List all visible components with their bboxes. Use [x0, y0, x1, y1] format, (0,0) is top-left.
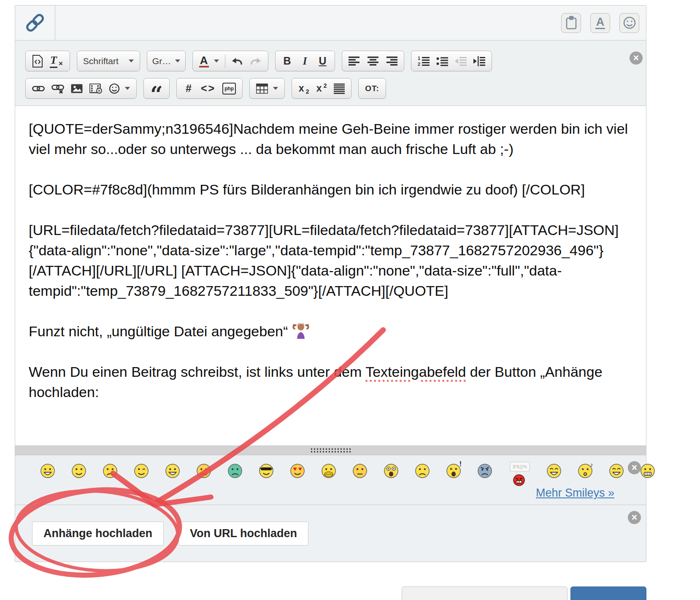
big-lips-smiley[interactable]	[321, 461, 337, 479]
mad-blue-smiley[interactable]	[477, 461, 493, 479]
unlink-icon	[51, 84, 64, 94]
undo-icon	[231, 56, 243, 66]
ordered-list-button[interactable]: 1 2	[414, 52, 433, 70]
chevron-down-icon	[175, 59, 180, 62]
preview-button-partial[interactable]	[402, 586, 568, 600]
close-attachments-panel-button[interactable]: ×	[628, 511, 641, 524]
redo-button[interactable]	[246, 52, 265, 70]
upset-smiley[interactable]	[196, 461, 212, 479]
swear-smiley[interactable]: $*$@%	[508, 461, 531, 487]
insert-image-button[interactable]	[68, 80, 86, 97]
indent-button[interactable]	[470, 52, 489, 70]
smiley-icon	[623, 16, 636, 30]
svg-text:♪: ♪	[590, 462, 593, 468]
underline-button[interactable]: U	[314, 52, 332, 70]
sad-smiley[interactable]	[414, 461, 430, 479]
quote-button[interactable]: “	[147, 86, 166, 103]
misspelled-word: Texteingabefeld	[365, 364, 466, 380]
align-left-icon	[349, 56, 360, 66]
smiley-panel: × ♥♥ !	[15, 455, 646, 505]
smiley-row: ♥♥ ! $*$@% ♪	[40, 461, 646, 487]
svg-text:♥: ♥	[298, 465, 302, 472]
attach-link-tab[interactable]	[15, 5, 55, 40]
remove-link-button[interactable]	[48, 80, 68, 97]
svg-text:2: 2	[418, 62, 420, 66]
editor-textarea[interactable]: [QUOTE=derSammy;n3196546]Nachdem meine G…	[15, 106, 646, 446]
paste-button[interactable]	[561, 13, 581, 33]
grin-teeth-smiley[interactable]	[640, 461, 656, 479]
bold-button[interactable]: B	[278, 52, 296, 70]
svg-text:!: !	[459, 461, 462, 468]
align-left-button[interactable]	[345, 52, 364, 70]
insert-video-button[interactable]	[86, 80, 105, 97]
frown-smiley[interactable]	[102, 461, 118, 479]
align-right-icon	[386, 56, 397, 66]
oops-exclaim-smiley[interactable]: !	[446, 461, 462, 479]
laugh-smiley[interactable]	[546, 461, 562, 479]
paragraph: [URL=filedata/fetch?filedataid=73877][UR…	[29, 220, 628, 301]
close-icon: ×	[633, 53, 639, 63]
table-dropdown[interactable]	[253, 80, 281, 97]
undo-button[interactable]	[228, 52, 246, 70]
table-icon	[256, 84, 268, 94]
smiley-dropdown[interactable]	[105, 80, 133, 97]
subscript-button[interactable]: x2	[295, 80, 313, 97]
biggrin-smiley[interactable]	[165, 461, 181, 479]
thinking-smiley[interactable]	[352, 461, 368, 479]
joy-smiley[interactable]	[608, 461, 624, 479]
attachments-panel: × Anhänge hochladen Von URL hochladen	[15, 505, 646, 562]
insert-link-button[interactable]	[29, 80, 48, 97]
smiley-icon	[109, 83, 120, 94]
more-smileys-link[interactable]: Mehr Smileys »	[536, 486, 614, 500]
close-smiley-panel-button[interactable]: ×	[628, 461, 641, 474]
chevron-down-icon	[125, 87, 130, 90]
indent-icon	[473, 56, 485, 66]
close-toolbar-button[interactable]: ×	[630, 51, 643, 65]
font-size-label: Gr…	[152, 56, 171, 66]
drag-handle-icon[interactable]	[310, 448, 351, 453]
svg-text:♥: ♥	[293, 465, 297, 472]
whistle-smiley[interactable]: ♪	[577, 461, 593, 479]
align-right-button[interactable]	[382, 52, 401, 70]
heart-eyes-smiley[interactable]: ♥♥	[289, 461, 305, 479]
grin-smiley[interactable]	[40, 461, 56, 479]
paragraph: [COLOR=#7f8c8d](hmmm PS fürs Bilderanhän…	[29, 179, 628, 200]
source-code-button[interactable]	[29, 52, 46, 70]
italic-button[interactable]: I	[296, 52, 314, 70]
smile-smiley[interactable]	[71, 461, 87, 479]
source-code-icon	[32, 55, 43, 68]
font-size-dropdown[interactable]: Gr…	[147, 51, 186, 71]
code-button[interactable]: <>	[197, 80, 219, 97]
outdent-button[interactable]	[451, 52, 470, 70]
remove-format-button[interactable]: T×	[46, 52, 67, 70]
link-chain-icon	[24, 12, 46, 34]
ordered-list-icon: 1 2	[418, 56, 430, 66]
wink-smiley[interactable]	[133, 461, 149, 479]
cool-smiley[interactable]	[258, 461, 274, 479]
font-color-icon: A	[595, 16, 605, 29]
offtopic-button[interactable]: OT:	[362, 80, 383, 97]
smiley-button[interactable]	[619, 13, 639, 33]
align-center-button[interactable]	[364, 52, 382, 70]
font-family-dropdown[interactable]: Schriftart	[77, 51, 140, 71]
text-color-icon: A	[199, 55, 209, 68]
upload-from-url-button[interactable]: Von URL hochladen	[178, 522, 308, 546]
upload-attachments-button[interactable]: Anhänge hochladen	[32, 522, 164, 546]
sick-smiley[interactable]	[227, 461, 243, 479]
editor-resize-bar[interactable]	[15, 446, 646, 455]
font-family-label: Schriftart	[83, 56, 119, 66]
font-color-button[interactable]: A	[590, 13, 610, 33]
submit-button-partial[interactable]	[570, 586, 646, 600]
eek-smiley[interactable]	[383, 461, 399, 479]
text-color-dropdown[interactable]: A	[196, 52, 222, 70]
unordered-list-button[interactable]	[433, 52, 451, 70]
image-icon	[71, 84, 83, 93]
svg-text:$*$@%: $*$@%	[513, 465, 527, 469]
divider	[225, 54, 225, 68]
php-code-button[interactable]: php	[219, 80, 239, 97]
text-lines-icon	[334, 83, 345, 94]
superscript-button[interactable]: x2	[313, 80, 330, 97]
hashtag-button[interactable]: #	[180, 80, 197, 97]
paragraph: [QUOTE=derSammy;n3196546]Nachdem meine G…	[29, 119, 628, 159]
remove-linebreaks-button[interactable]	[330, 80, 348, 97]
